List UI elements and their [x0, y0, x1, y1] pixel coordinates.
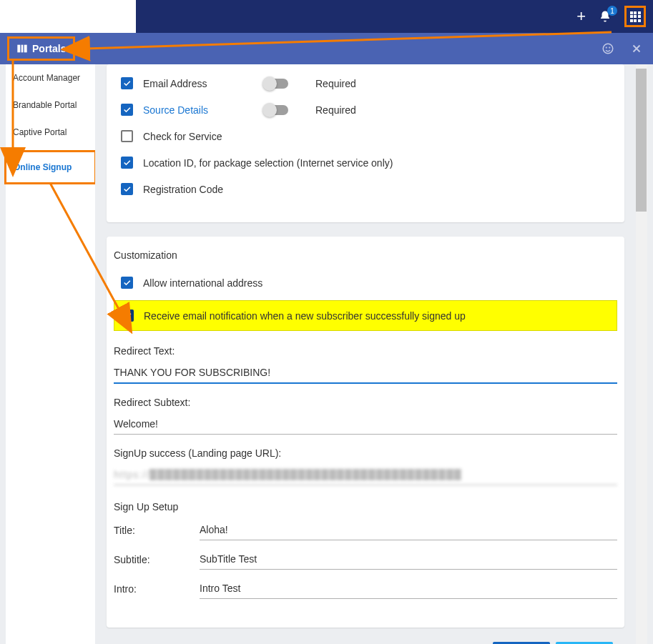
logo-area: [0, 0, 136, 33]
redirect-text-block: Redirect Text:: [107, 342, 624, 394]
row-allow-intl: Allow international address: [107, 269, 624, 296]
signup-url-input[interactable]: [114, 466, 617, 485]
field-label: Registration Code: [143, 184, 223, 195]
field-row-location: Location ID, for package selection (Inte…: [107, 149, 624, 176]
sidebar-item-captive-portal[interactable]: Captive Portal: [6, 119, 95, 146]
setup-subtitle-label: Subtitle:: [114, 554, 200, 570]
row-receive-email: Receive email notification when a new su…: [114, 300, 617, 331]
svg-point-3: [603, 44, 613, 54]
svg-point-5: [609, 47, 610, 48]
main-content: Email Address Required Source Details Re…: [95, 64, 647, 644]
redirect-subtext-input[interactable]: [114, 415, 617, 435]
checkbox-source[interactable]: [121, 104, 133, 116]
field-label: Location ID, for package selection (Inte…: [143, 157, 393, 169]
setup-title-input[interactable]: [200, 521, 617, 540]
notifications-button[interactable]: 1: [599, 10, 612, 23]
switch-email-required[interactable]: [264, 79, 288, 89]
svg-rect-2: [24, 45, 27, 53]
field-label: Email Address: [143, 78, 254, 89]
field-row-source: Source Details Required: [107, 96, 624, 123]
setup-row-title: Title:: [107, 518, 624, 548]
apps-icon: [630, 11, 641, 22]
customization-title: Customization: [107, 249, 624, 269]
setup-intro-input[interactable]: [200, 580, 617, 599]
signup-setup-title: Sign Up Setup: [107, 495, 624, 518]
svg-point-4: [606, 47, 607, 48]
field-label[interactable]: Source Details: [143, 104, 254, 116]
redirect-subtext-block: Redirect Subtext:: [107, 394, 624, 445]
sidebar-item-brandable-portal[interactable]: Brandable Portal: [6, 91, 95, 119]
redirect-subtext-label: Redirect Subtext:: [114, 397, 617, 408]
feedback-icon[interactable]: [602, 42, 614, 55]
allow-intl-label: Allow international address: [143, 277, 262, 289]
setup-row-intro: Intro:: [107, 577, 624, 606]
svg-rect-0: [17, 45, 20, 53]
receive-email-label: Receive email notification when a new su…: [144, 310, 466, 322]
add-button[interactable]: +: [576, 7, 586, 26]
sidebar: Account Manager Brandable Portal Captive…: [6, 64, 95, 644]
checkbox-registration[interactable]: [121, 183, 133, 195]
checkbox-receive-email[interactable]: [122, 309, 134, 322]
field-label: Check for Service: [143, 131, 222, 142]
checkbox-check-service[interactable]: [121, 130, 133, 142]
required-label: Required: [315, 104, 356, 116]
redirect-text-input[interactable]: [114, 364, 617, 384]
checkbox-location[interactable]: [121, 157, 133, 169]
setup-title-label: Title:: [114, 525, 200, 540]
field-row-email: Email Address Required: [107, 70, 624, 96]
checkbox-allow-intl[interactable]: [121, 277, 133, 289]
setup-subtitle-input[interactable]: [200, 550, 617, 570]
portals-icon: [16, 43, 28, 54]
signup-fields-card: Email Address Required Source Details Re…: [107, 64, 624, 222]
signup-url-label: SignUp success (Landing page URL):: [114, 447, 617, 459]
apps-button[interactable]: [624, 6, 646, 27]
sidebar-item-account-manager[interactable]: Account Manager: [6, 64, 95, 91]
notification-badge: 1: [607, 6, 617, 16]
redirect-text-label: Redirect Text:: [114, 345, 617, 357]
required-label: Required: [315, 78, 356, 89]
topbar: + 1: [0, 0, 653, 33]
portals-label: Portals: [32, 43, 66, 54]
portals-button[interactable]: Portals: [7, 36, 75, 61]
switch-source-required[interactable]: [264, 105, 288, 115]
signup-url-block: SignUp success (Landing page URL):: [107, 445, 624, 495]
subheader: Portals: [0, 33, 653, 64]
svg-rect-1: [21, 45, 24, 53]
checkbox-email[interactable]: [121, 77, 133, 89]
field-row-check-service: Check for Service: [107, 123, 624, 149]
scrollbar[interactable]: [636, 64, 647, 644]
setup-intro-label: Intro:: [114, 583, 200, 599]
field-row-registration: Registration Code: [107, 176, 624, 202]
customization-card: Customization Allow international addres…: [107, 237, 624, 628]
sidebar-item-online-signup[interactable]: Online Signup: [4, 150, 97, 184]
setup-row-subtitle: Subtitle:: [107, 548, 624, 577]
close-icon[interactable]: [630, 42, 643, 55]
scrollbar-thumb[interactable]: [636, 69, 647, 212]
